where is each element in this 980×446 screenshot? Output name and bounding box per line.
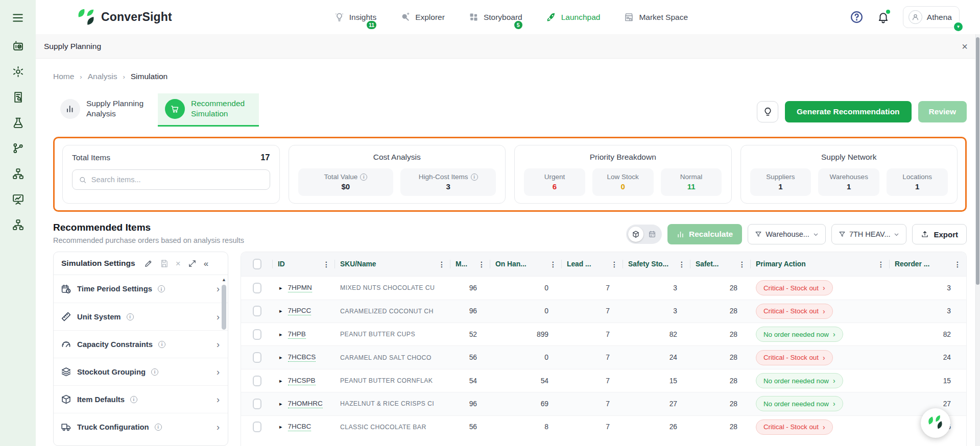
primary-action-badge[interactable]: No order needed now› [756,373,843,388]
review-button[interactable]: Review [918,101,967,122]
cube-view-toggle[interactable] [628,227,643,242]
breadcrumb-home[interactable]: Home [53,72,74,81]
column-menu-icon[interactable]: ⋮ [437,260,446,268]
recalculate-button[interactable]: Recalculate [667,224,742,244]
sidebar-item-workflow-branch[interactable] [12,142,25,155]
sidebar-item-network-hierarchy[interactable] [12,218,25,231]
expand-caret-icon[interactable]: ▸ [279,401,282,407]
select-all-checkbox[interactable] [253,259,261,269]
workspace-tab-close-button[interactable]: × [962,41,968,52]
page-scrollbar[interactable] [975,34,980,446]
primary-action-badge[interactable]: Critical - Stock out› [756,419,833,435]
settings-item-time-period-settings[interactable]: Time Period Settingsi› [54,275,228,303]
profile-button[interactable]: Athena ▼ [903,6,960,28]
menu-toggle-button[interactable] [11,11,25,22]
column-menu-icon[interactable]: ⋮ [610,260,619,268]
item-id-link[interactable]: 7HPMN [288,284,312,292]
sidebar-item-lab-flask[interactable] [12,116,25,129]
warehouse-filter-dropdown[interactable]: Warehouse... [748,224,826,244]
row-checkbox[interactable] [253,352,261,363]
row-checkbox[interactable] [253,422,261,432]
search-input[interactable] [91,176,264,184]
table-row[interactable]: ▸7HCBCSCARAMEL AND SALT CHOCO56072428Cri… [241,345,966,368]
expand-caret-icon[interactable]: ▸ [279,331,282,338]
sidebar-item-org-hierarchy[interactable] [12,167,25,180]
primary-action-badge[interactable]: Critical - Stock out› [756,350,833,365]
save-button[interactable] [160,259,169,268]
table-row[interactable]: ▸7HPBPEANUT BUTTER CUPS5289978228No orde… [241,323,966,345]
row-checkbox[interactable] [253,283,261,293]
expand-caret-icon[interactable]: ▸ [279,424,282,430]
expand-caret-icon[interactable]: ▸ [279,308,282,314]
column-menu-icon[interactable]: ⋮ [737,260,747,268]
table-row[interactable]: ▸7HPCCCARAMELIZED COCONUT CH9607328Criti… [241,300,966,323]
row-checkbox[interactable] [253,399,261,409]
nav-market-space[interactable]: Market Space [624,12,688,22]
nav-insights[interactable]: Insights11 [334,12,376,22]
cell-reorder: 82 [890,331,966,338]
row-checkbox[interactable] [253,329,261,340]
expand-caret-icon[interactable]: ▸ [279,378,282,384]
sidebar-item-data-monitor[interactable] [12,40,25,53]
item-id-link[interactable]: 7HPB [288,330,306,339]
edit-button[interactable] [144,259,153,268]
table-row[interactable]: ▸7HOMHRCHAZELNUT & RICE CRISPS CI9669727… [241,392,966,415]
sidebar-item-presentation-chart[interactable] [12,193,25,206]
settings-item-stockout-grouping[interactable]: Stockout Groupingi› [54,358,228,385]
close-panel-button[interactable]: × [176,259,181,268]
primary-action-badge[interactable]: No order needed now› [756,396,843,411]
primary-action-badge[interactable]: No order needed now› [756,327,843,342]
column-menu-icon[interactable]: ⋮ [548,260,558,268]
item-id-link[interactable]: 7HPCC [288,307,312,315]
generate-recommendation-button[interactable]: Generate Recommendation [785,101,912,122]
item-id-link[interactable]: 7HCSPB [288,377,316,385]
expand-caret-icon[interactable]: ▸ [279,285,282,291]
table-row[interactable]: ▸7HCBCCLASSIC CHOCOLATE BAR56872628Criti… [241,415,966,438]
collapse-panel-button[interactable]: « [204,259,208,268]
primary-action-badge[interactable]: Critical - Stock out› [756,304,833,319]
settings-item-truck-configuration[interactable]: Truck Configurationi› [54,413,228,440]
settings-item-unit-system[interactable]: Unit Systemi› [54,303,228,330]
scroll-up-icon[interactable]: ▲ [222,278,226,282]
item-id-link[interactable]: 7HCBC [288,423,312,431]
tab-recommended-simulation[interactable]: RecommendedSimulation [158,93,259,127]
sidebar-item-report-audit[interactable] [12,91,25,104]
column-menu-icon[interactable]: ⋮ [477,260,486,268]
idea-button[interactable] [757,101,778,122]
item-id-link[interactable]: 7HCBCS [288,353,316,362]
expand-caret-icon[interactable]: ▸ [279,354,282,361]
primary-action-badge[interactable]: Critical - Stock out› [756,280,833,295]
cell-lead: 7 [562,400,623,408]
settings-item-capacity-constraints[interactable]: Capacity Constraintsi› [54,330,228,358]
column-menu-icon[interactable]: ⋮ [876,260,886,268]
scrollbar-thumb[interactable] [976,37,979,285]
nav-launchpad[interactable]: Launchpad [546,12,601,22]
settings-item-item-defaults[interactable]: Item Defaultsi› [54,385,228,413]
breadcrumb-analysis[interactable]: Analysis [88,72,117,81]
tab-supply-planning-analysis[interactable]: Supply PlanningAnalysis [53,93,158,127]
row-checkbox[interactable] [253,306,261,316]
workspace-tab-label[interactable]: Supply Planning [44,42,101,51]
app-logo[interactable]: ConverSight [77,8,172,27]
help-button[interactable] [850,10,864,24]
info-icon[interactable]: i [471,174,478,181]
nav-storyboard[interactable]: Storyboard5 [468,12,522,22]
scrollbar-thumb[interactable] [222,285,226,330]
nav-explorer[interactable]: Explorer [400,12,445,22]
sidebar-item-settings-gear[interactable] [12,65,25,78]
calendar-view-toggle[interactable] [644,227,660,242]
info-icon[interactable]: i [360,174,367,181]
column-menu-icon[interactable]: ⋮ [322,260,331,268]
column-menu-icon[interactable]: ⋮ [677,260,686,268]
notifications-button[interactable] [877,11,890,23]
item-filter-dropdown[interactable]: 7TH HEAV... [831,224,907,244]
expand-panel-button[interactable] [188,259,197,268]
export-button[interactable]: Export [912,224,967,244]
table-row[interactable]: ▸7HCSPBPEANUT BUTTER CORNFLAK545471528No… [241,369,966,392]
item-id-link[interactable]: 7HOMHRC [288,400,323,408]
panel-scrollbar[interactable]: ▲ [221,278,227,442]
column-menu-icon[interactable]: ⋮ [953,260,962,268]
row-checkbox[interactable] [253,376,261,386]
assistant-fab-button[interactable] [921,408,950,438]
table-row[interactable]: ▸7HPMNMIXED NUTS CHOCOLATE CU9607328Crit… [241,276,966,299]
